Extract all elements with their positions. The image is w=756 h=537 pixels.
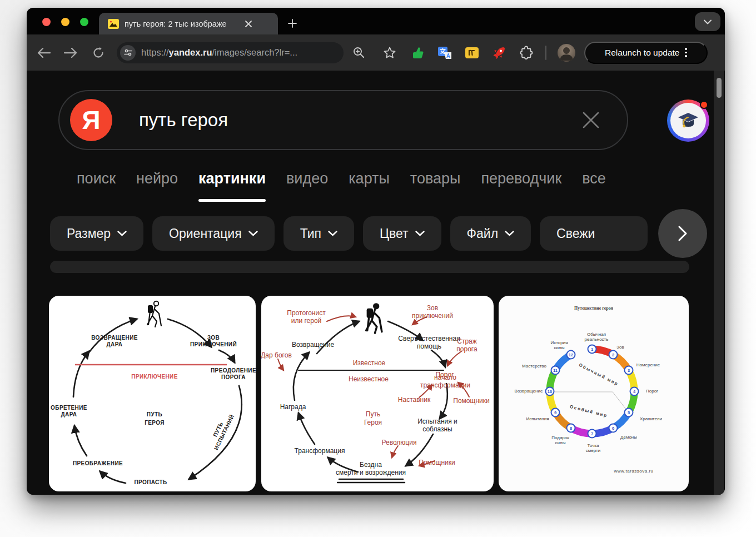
- nav-tab-neuro[interactable]: нейро: [136, 167, 178, 190]
- nav-tab-search[interactable]: поиск: [77, 167, 116, 190]
- magnifier-plus-icon: [353, 47, 365, 58]
- url-text[interactable]: https://yandex.ru/images/search?lr=...: [141, 47, 319, 58]
- step-label: Испытания: [526, 416, 549, 421]
- diagram-label: Страж порога: [456, 337, 477, 353]
- diagram-label: Революция: [382, 439, 417, 446]
- step-label: Подарок силы: [551, 435, 569, 446]
- filter-chip-size[interactable]: Размер: [50, 216, 143, 251]
- zoom-page-button[interactable]: [350, 44, 367, 61]
- step-label: Обычная реальность: [585, 332, 609, 342]
- step-label: Намерение: [636, 362, 660, 367]
- zoom-window-button[interactable]: [80, 18, 88, 26]
- bookmark-button[interactable]: [381, 44, 398, 61]
- forward-button[interactable]: [62, 44, 79, 61]
- diagram-label: Дар богов: [261, 351, 292, 359]
- result-image-card-3[interactable]: Путешествие героя Обычный мир Особый мир…: [499, 296, 689, 491]
- nav-tab-translate[interactable]: переводчик: [481, 167, 561, 190]
- yandex-extension-icon[interactable]: [464, 45, 480, 61]
- rocket-extension-icon[interactable]: [491, 45, 507, 61]
- step-label: Мастерство: [522, 364, 546, 369]
- diagram-label: Неизвестное: [349, 375, 389, 383]
- browser-window: путь героя: 2 тыс изображе https://yande…: [27, 8, 725, 495]
- browser-tab[interactable]: путь героя: 2 тыс изображе: [99, 13, 278, 34]
- diagram-label: Бездна смерти и возрождения: [336, 461, 406, 476]
- notification-dot: [700, 101, 708, 109]
- nav-tab-images[interactable]: картинки: [198, 167, 266, 190]
- url-domain: yandex.ru: [169, 47, 212, 57]
- yandex-search-bar[interactable]: Я путь героя: [58, 90, 628, 150]
- tab-close-icon[interactable]: [242, 18, 255, 30]
- step-label: Демоны: [620, 435, 637, 440]
- step-pin: 11: [551, 366, 560, 375]
- back-button[interactable]: [36, 44, 52, 61]
- forward-icon: [64, 48, 77, 58]
- step-pin: 2: [609, 350, 618, 360]
- step-pin: 7: [588, 429, 597, 439]
- filter-chip-type[interactable]: Тип: [284, 216, 354, 251]
- search-input[interactable]: путь героя: [139, 110, 578, 131]
- diagram-title: Путешествие героя: [574, 306, 613, 311]
- nav-tab-video[interactable]: видео: [286, 167, 328, 190]
- nav-tab-all[interactable]: все: [582, 167, 606, 190]
- close-window-button[interactable]: [42, 18, 51, 26]
- diagram-label: Протогонист или герой: [287, 309, 325, 325]
- tab-search-button[interactable]: [695, 12, 720, 31]
- diagram-label: ПРИКЛЮЧЕНИЕ: [131, 374, 178, 380]
- collapsed-suggestions-bar[interactable]: [50, 261, 689, 273]
- clear-search-icon[interactable]: [578, 107, 604, 133]
- yandex-images-page: Я путь героя поиск нейро картинки: [27, 71, 725, 495]
- result-image-card-1[interactable]: ВОЗВРАЩЕНИЕ ДАРА ЗОВ ПРИКЛЮЧЕНИЙ ПРИКЛЮЧ…: [49, 296, 256, 491]
- chevron-down-icon: [704, 19, 712, 24]
- nav-tab-maps[interactable]: карты: [349, 167, 390, 190]
- diagram-label: Испытания и соблазны: [417, 417, 457, 433]
- user-profile-badge[interactable]: [667, 100, 709, 142]
- search-vertical-tabs: поиск нейро картинки видео карты товары …: [77, 167, 606, 190]
- diagram-label: ПРЕОДОЛЕНИЕ ПОРОГА: [211, 367, 256, 381]
- filter-chip-file[interactable]: Файл: [450, 216, 531, 251]
- diagram-label: ЗОВ ПРИКЛЮЧЕНИЙ: [190, 335, 237, 348]
- profile-avatar[interactable]: [558, 44, 575, 62]
- thumbs-up-extension-icon[interactable]: [410, 45, 425, 61]
- diagram-label: Помощники: [453, 397, 489, 405]
- filter-chip-orientation[interactable]: Ориентация: [152, 216, 275, 251]
- kebab-menu-icon[interactable]: [685, 48, 687, 57]
- minimize-window-button[interactable]: [61, 18, 69, 26]
- diagram-label: Известное: [353, 359, 386, 367]
- reload-button[interactable]: [90, 44, 107, 61]
- reload-icon: [92, 47, 105, 59]
- scrollbar-thumb[interactable]: [717, 78, 722, 98]
- graduation-cap-icon: [677, 111, 700, 131]
- step-label: Хранители: [640, 416, 662, 421]
- diagram-title: ПУТЬ ГЕРОЯ: [145, 410, 165, 427]
- nav-tab-goods[interactable]: товары: [410, 167, 461, 190]
- diagram-label: Сверъестественная помощь: [398, 335, 460, 350]
- hiker-icon: [141, 300, 166, 328]
- diagram-label: Трансформация: [295, 447, 345, 455]
- new-tab-button[interactable]: [285, 16, 300, 31]
- hiker-icon: [359, 302, 387, 335]
- more-filters-button[interactable]: [658, 209, 707, 258]
- filter-chip-freshness[interactable]: Свежи: [540, 216, 648, 251]
- step-pin: 4: [630, 387, 639, 396]
- step-pin: 9: [551, 408, 560, 417]
- diagram-label: ПРОПАСТЬ: [134, 479, 167, 486]
- filter-chip-color[interactable]: Цвет: [363, 216, 441, 251]
- step-pin: 10: [545, 387, 555, 396]
- address-bar[interactable]: https://yandex.ru/images/search?lr=...: [117, 42, 344, 63]
- step-pin: 12: [566, 350, 576, 360]
- diagram-label: ОБРЕТЕНИЕ ДАРА: [51, 405, 87, 418]
- step-pin: 8: [566, 424, 576, 433]
- yandex-images-favicon-icon: [108, 18, 119, 29]
- site-info-icon[interactable]: [120, 45, 136, 61]
- step-pin: 1: [588, 345, 597, 354]
- browser-toolbar: https://yandex.ru/images/search?lr=... R…: [27, 34, 725, 71]
- yandex-logo: Я: [70, 99, 112, 141]
- relaunch-to-update-button[interactable]: Relaunch to update: [584, 42, 708, 64]
- extensions-puzzle-icon[interactable]: [519, 45, 534, 61]
- step-pin: 6: [609, 424, 618, 433]
- bookmark-star-icon: [384, 47, 396, 58]
- step-label: Зов: [616, 345, 624, 350]
- translate-extension-icon[interactable]: [437, 45, 452, 61]
- scrollbar-track[interactable]: [714, 71, 724, 495]
- result-image-card-2[interactable]: Протогонист или герой Зов приключений Во…: [261, 296, 494, 491]
